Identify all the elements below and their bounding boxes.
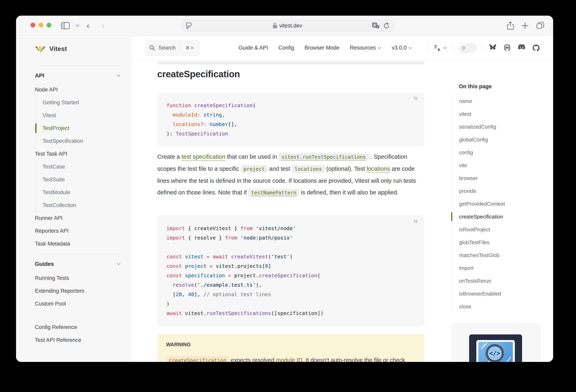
back-button[interactable]: ‹: [87, 22, 89, 30]
nav-link-config[interactable]: Config: [278, 45, 294, 51]
sidebar-item-extending-reporters[interactable]: Extending Reporters: [35, 284, 120, 297]
bluesky-icon[interactable]: [489, 44, 497, 52]
sidebar-item-running-tests[interactable]: Running Tests: [35, 272, 120, 284]
text-run: that can be used in: [225, 153, 279, 160]
page-title: createSpecification: [157, 69, 240, 79]
code-line: await vitest.runTestSpecifications([spec…: [167, 308, 415, 318]
sidebar-item-reporters-api[interactable]: Reporters API: [35, 224, 120, 237]
nav-links: Guide & APIConfigBrowser ModeResourcesv3…: [238, 45, 412, 51]
new-tab-icon[interactable]: [521, 22, 529, 29]
outline-title: On this page: [459, 84, 492, 90]
inline-link[interactable]: locations: [367, 165, 390, 172]
sidebar-item-testcase[interactable]: TestCase: [43, 160, 120, 173]
inline-code-link[interactable]: testNamePattern: [248, 189, 299, 197]
forward-button[interactable]: ›: [102, 22, 105, 30]
search-button[interactable]: Search ⌘ K: [145, 40, 200, 56]
outline-item-provide[interactable]: provide: [452, 184, 544, 197]
url-bar[interactable]: vitest.dev A 文: [182, 20, 393, 31]
outline-item-vite[interactable]: vite: [452, 159, 544, 172]
sponsor-card[interactable]: </>: [452, 323, 541, 362]
outline-item-config[interactable]: config: [452, 146, 544, 159]
magnifier-icon: </>: [484, 344, 508, 362]
nav-link-resources[interactable]: Resources: [350, 45, 381, 51]
outline-item-globalconfig[interactable]: globalConfig: [452, 133, 544, 146]
sidebar-item-custom-pool[interactable]: Custom Pool: [35, 297, 120, 310]
text-run: (optional). Test: [325, 165, 367, 172]
inline-code-link[interactable]: vitest.runTestSpecifications: [279, 153, 369, 161]
inline-code: createSpecification: [166, 357, 229, 362]
sidebar-item-testspecification[interactable]: TestSpecification: [43, 135, 120, 148]
chevron-down-icon: [378, 46, 381, 50]
social-links: [489, 44, 540, 52]
nav-link-browser-mode[interactable]: Browser Mode: [304, 45, 339, 51]
outline-item-matchestestglob[interactable]: matchesTestGlob: [452, 249, 544, 262]
sidebar-section-header[interactable]: API: [35, 68, 120, 83]
site-title: Vitest: [49, 45, 67, 53]
nav-link-label: Browser Mode: [304, 45, 339, 51]
sidebar-item-testmodule[interactable]: TestModule: [43, 186, 120, 199]
sidebar-section-title: API: [35, 72, 44, 79]
site-logo[interactable]: Vitest: [35, 36, 120, 62]
translate-menu-icon[interactable]: 文 A: [433, 44, 447, 52]
outline-item-globtestfiles[interactable]: globTestFiles: [452, 236, 544, 249]
mastodon-icon[interactable]: [503, 44, 511, 52]
minimize-window-button[interactable]: [38, 23, 43, 28]
outline-item-isbrowserenabled[interactable]: isBrowserEnabled: [452, 287, 544, 300]
sidebar-item-testsuite[interactable]: TestSuite: [43, 173, 120, 186]
tab-overview-icon[interactable]: [536, 22, 544, 30]
outline-item-browser[interactable]: browser: [452, 172, 544, 184]
doc-content: createSpecification ts function createSp…: [132, 60, 553, 362]
inline-link[interactable]: test specification: [181, 153, 225, 160]
sidebar-item-runner-api[interactable]: Runner API: [35, 212, 120, 224]
text-run: expects resolved: [229, 357, 276, 362]
sidebar-item-vitest[interactable]: Vitest: [43, 109, 120, 122]
sidebar-item-task-metadata[interactable]: Task Metadata: [35, 237, 120, 250]
discord-icon[interactable]: [518, 44, 525, 52]
outline-item-ontestsrerun[interactable]: onTestsRerun: [452, 274, 544, 287]
sidebar-item-node-api[interactable]: Node API: [35, 83, 120, 96]
sidebar-section: Config ReferenceTest API Reference: [35, 312, 120, 346]
sidebar-item-getting started[interactable]: Getting Started: [43, 96, 120, 109]
share-icon[interactable]: [507, 22, 514, 30]
zoom-window-button[interactable]: [47, 23, 51, 28]
reload-icon[interactable]: [383, 22, 390, 29]
sidebar-item-test-api-reference[interactable]: Test API Reference: [35, 334, 120, 346]
github-icon[interactable]: [532, 44, 540, 52]
svg-text:</>: </>: [489, 350, 500, 357]
outline-item-createspecification[interactable]: createSpecification: [452, 210, 544, 223]
text-run: and test: [267, 165, 292, 172]
inline-code: project: [241, 165, 267, 173]
code-line: [20, 40], // optional test lines: [167, 290, 415, 299]
outline-item-close[interactable]: close: [452, 300, 544, 313]
sidebar-item-testcollection[interactable]: TestCollection: [43, 199, 120, 212]
vitest-logo-icon: [35, 43, 46, 54]
close-window-button[interactable]: [30, 23, 35, 28]
code-line: import { createVitest } from 'vitest/nod…: [167, 224, 415, 233]
translate-page-icon[interactable]: A 文: [372, 22, 380, 29]
nav-link-v3-0-0[interactable]: v3.0.0: [392, 45, 412, 51]
text-run: Create a: [157, 153, 181, 160]
warning-title: WARNING: [166, 342, 416, 347]
sidebar-item-testproject[interactable]: TestProject: [43, 122, 120, 135]
sidebar-item-test-task-api[interactable]: Test Task API: [35, 148, 120, 160]
sidebar-section-header[interactable]: Guides: [35, 256, 120, 272]
outline-item-isrootproject[interactable]: isRootProject: [452, 223, 544, 236]
sidebar-menu-chevron-icon[interactable]: [75, 24, 79, 27]
outline-item-vitest[interactable]: vitest: [452, 108, 544, 120]
svg-text:文: 文: [376, 26, 379, 28]
outline-item-serializedconfig[interactable]: serializedConfig: [452, 120, 544, 133]
outline-item-import[interactable]: import: [452, 262, 544, 274]
code-lang-label: ts: [414, 218, 418, 224]
theme-toggle-knob: [460, 44, 468, 52]
inline-link[interactable]: module ID: [276, 357, 302, 362]
nav-link-guide-api[interactable]: Guide & API: [238, 45, 268, 51]
doc-navbar: Search ⌘ K Guide & APIConfigBrowser Mode…: [132, 36, 553, 60]
nav-divider: [427, 43, 427, 53]
outline-item-name[interactable]: name: [452, 95, 544, 108]
sidebar-toggle-icon[interactable]: [61, 22, 70, 29]
theme-toggle[interactable]: [459, 44, 477, 52]
outline-item-getprovidedcontext[interactable]: getProvidedContext: [452, 197, 544, 210]
sidebar-section: APINode APIGetting StartedVitestTestProj…: [35, 65, 120, 250]
chevron-down-icon: [408, 46, 412, 50]
sidebar-item-config-reference[interactable]: Config Reference: [35, 321, 120, 334]
